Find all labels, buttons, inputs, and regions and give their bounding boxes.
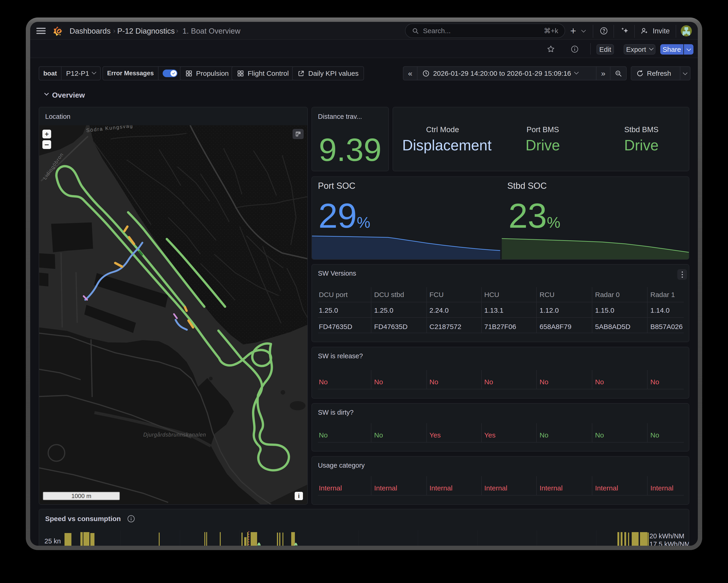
- svg-text:Djurgårdsbrunnskanalen: Djurgårdsbrunnskanalen: [143, 432, 206, 438]
